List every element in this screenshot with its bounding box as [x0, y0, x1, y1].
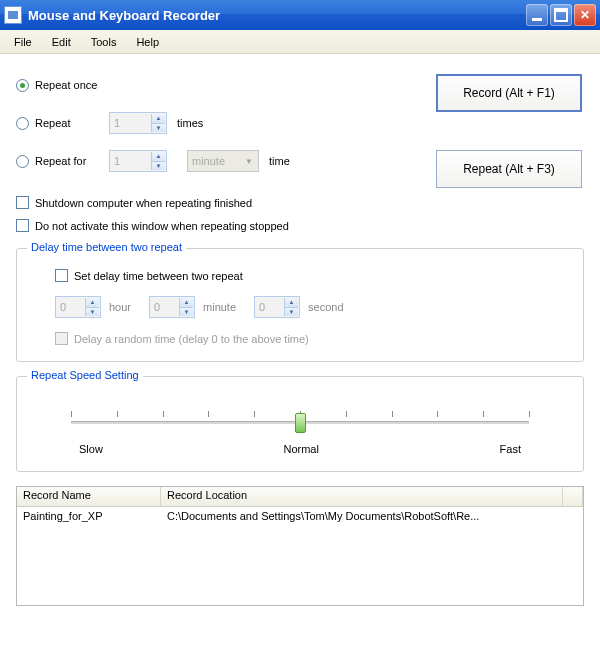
- menu-file[interactable]: File: [6, 34, 40, 50]
- checkbox-noactivate[interactable]: [16, 219, 29, 232]
- chevron-down-icon[interactable]: ▼: [151, 124, 165, 133]
- menubar: File Edit Tools Help: [0, 30, 600, 54]
- radio-repeat-once-label: Repeat once: [35, 79, 97, 91]
- column-record-location[interactable]: Record Location: [161, 487, 563, 506]
- delay-fieldset: Delay time between two repeat Set delay …: [16, 248, 584, 362]
- repeat-for-unit-dropdown[interactable]: minute ▼: [187, 150, 259, 172]
- table-row[interactable]: Painting_for_XP C:\Documents and Setting…: [17, 507, 583, 525]
- cell-record-location: C:\Documents and Settings\Tom\My Documen…: [161, 509, 583, 523]
- speed-fieldset: Repeat Speed Setting Slow Normal Fast: [16, 376, 584, 472]
- record-button[interactable]: Record (Alt + F1): [436, 74, 582, 112]
- delay-hour-label: hour: [109, 301, 131, 313]
- repeat-button[interactable]: Repeat (Alt + F3): [436, 150, 582, 188]
- checkbox-random-delay-label: Delay a random time (delay 0 to the abov…: [74, 333, 309, 345]
- chevron-up-icon[interactable]: ▲: [151, 114, 165, 124]
- radio-repeat-once[interactable]: [16, 79, 29, 92]
- minimize-button[interactable]: [526, 4, 548, 26]
- repeat-n-suffix: times: [177, 117, 203, 129]
- checkbox-random-delay: [55, 332, 68, 345]
- repeat-for-suffix: time: [269, 155, 290, 167]
- delay-second-spinner[interactable]: 0▲▼: [254, 296, 300, 318]
- checkbox-shutdown-label: Shutdown computer when repeating finishe…: [35, 197, 252, 209]
- checkbox-set-delay[interactable]: [55, 269, 68, 282]
- delay-minute-label: minute: [203, 301, 236, 313]
- checkbox-shutdown[interactable]: [16, 196, 29, 209]
- window-title: Mouse and Keyboard Recorder: [28, 8, 220, 23]
- chevron-down-icon: ▼: [241, 152, 257, 170]
- menu-help[interactable]: Help: [128, 34, 167, 50]
- speed-normal-label: Normal: [283, 443, 318, 455]
- delay-minute-spinner[interactable]: 0▲▼: [149, 296, 195, 318]
- radio-repeat-n-label: Repeat: [35, 117, 99, 129]
- cell-record-name: Painting_for_XP: [17, 509, 161, 523]
- delay-second-label: second: [308, 301, 343, 313]
- maximize-button[interactable]: [550, 4, 572, 26]
- column-record-name[interactable]: Record Name: [17, 487, 161, 506]
- column-spacer: [563, 487, 583, 506]
- chevron-up-icon[interactable]: ▲: [151, 152, 165, 162]
- close-button[interactable]: [574, 4, 596, 26]
- radio-repeat-for-label: Repeat for: [35, 155, 99, 167]
- speed-fast-label: Fast: [500, 443, 521, 455]
- speed-slow-label: Slow: [79, 443, 103, 455]
- radio-repeat-for[interactable]: [16, 155, 29, 168]
- chevron-down-icon[interactable]: ▼: [151, 162, 165, 171]
- records-table: Record Name Record Location Painting_for…: [16, 486, 584, 606]
- radio-repeat-n[interactable]: [16, 117, 29, 130]
- delay-hour-spinner[interactable]: 0▲▼: [55, 296, 101, 318]
- speed-slider[interactable]: [71, 407, 529, 435]
- speed-slider-thumb[interactable]: [295, 413, 306, 433]
- menu-tools[interactable]: Tools: [83, 34, 125, 50]
- checkbox-noactivate-label: Do not activate this window when repeati…: [35, 220, 289, 232]
- menu-edit[interactable]: Edit: [44, 34, 79, 50]
- app-icon: [4, 6, 22, 24]
- delay-legend: Delay time between two repeat: [27, 241, 186, 253]
- titlebar: Mouse and Keyboard Recorder: [0, 0, 600, 30]
- checkbox-set-delay-label: Set delay time between two repeat: [74, 270, 243, 282]
- speed-legend: Repeat Speed Setting: [27, 369, 143, 381]
- repeat-for-spinner[interactable]: 1 ▲▼: [109, 150, 167, 172]
- repeat-n-spinner[interactable]: 1 ▲▼: [109, 112, 167, 134]
